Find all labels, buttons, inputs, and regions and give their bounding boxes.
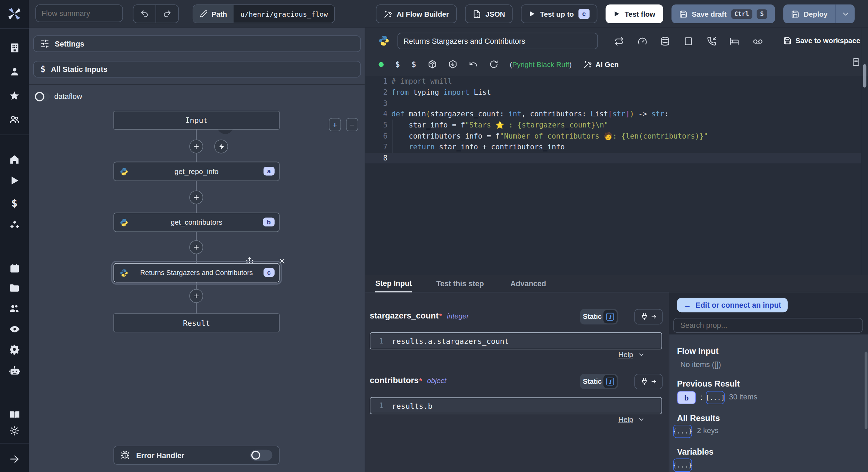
- ai-flow-builder-label: AI Flow Builder: [397, 10, 449, 18]
- sidebar-item-ai[interactable]: [0, 361, 29, 380]
- connect-input-button[interactable]: [634, 374, 662, 389]
- required-asterisk: *: [419, 376, 422, 385]
- sidebar-item-workers[interactable]: [0, 299, 29, 318]
- database-icon[interactable]: [661, 36, 670, 46]
- deploy-more-button[interactable]: [835, 5, 855, 23]
- insert-step-button[interactable]: [189, 240, 203, 254]
- tab-test-this-step[interactable]: Test this step: [436, 275, 484, 292]
- test-up-to-button[interactable]: Test up to c: [521, 5, 598, 23]
- sidebar-expand[interactable]: [0, 450, 29, 469]
- redo-button[interactable]: [156, 5, 178, 23]
- phone-incoming-icon[interactable]: [707, 36, 716, 46]
- flow-summary-input[interactable]: [35, 5, 123, 22]
- paren: ): [569, 60, 572, 68]
- variable-picker-button[interactable]: $: [395, 60, 400, 69]
- package-import-icon[interactable]: [448, 60, 457, 69]
- help-toggle[interactable]: Help: [618, 350, 645, 359]
- robot-icon: [9, 365, 20, 376]
- js-mode-segment[interactable]: f: [603, 375, 617, 388]
- field-name: stargazers_count: [370, 310, 439, 320]
- save-to-workspace-button[interactable]: Save to workspace: [783, 36, 860, 45]
- graph-node-get-repo-info[interactable]: get_repo_info a: [114, 162, 279, 181]
- prev-result-array-chip[interactable]: [...]: [706, 391, 725, 404]
- sidebar-item-home[interactable]: [0, 150, 29, 169]
- undo-button[interactable]: [133, 5, 156, 23]
- graph-node-result[interactable]: Result: [114, 313, 279, 332]
- voicemail-icon[interactable]: [753, 36, 763, 47]
- expr-value: results.b: [392, 401, 433, 410]
- insert-step-button[interactable]: [189, 289, 203, 303]
- pencil-icon: [200, 10, 208, 18]
- undo-icon[interactable]: [469, 60, 478, 69]
- node-label: get_repo_info: [175, 167, 219, 176]
- sidebar-item-user[interactable]: [0, 62, 29, 81]
- flow-settings-button[interactable]: Settings: [33, 35, 361, 52]
- all-results-object-chip[interactable]: {...}: [673, 425, 692, 438]
- error-handler-toggle[interactable]: [250, 450, 273, 461]
- help-toggle[interactable]: Help: [618, 415, 645, 424]
- refresh-icon[interactable]: [489, 60, 498, 69]
- repeat-icon[interactable]: [615, 36, 624, 46]
- sidebar-item-workspace[interactable]: [0, 38, 29, 57]
- all-static-inputs-label: All Static Inputs: [51, 65, 108, 73]
- insert-step-button[interactable]: [189, 190, 203, 204]
- variables-object-chip[interactable]: {...}: [673, 458, 692, 472]
- ai-gen-button[interactable]: AI Gen: [583, 60, 619, 68]
- gauge-icon[interactable]: [637, 36, 647, 46]
- js-mode-segment[interactable]: f: [603, 310, 617, 323]
- node-id-badge: a: [263, 167, 275, 176]
- insert-trigger-button[interactable]: [214, 140, 228, 154]
- json-button[interactable]: JSON: [465, 5, 513, 23]
- sidebar-item-folders[interactable]: [0, 279, 29, 297]
- ai-flow-builder-button[interactable]: AI Flow Builder: [376, 5, 457, 23]
- sidebar-item-favorites[interactable]: [0, 86, 29, 105]
- step-title-input[interactable]: [398, 33, 598, 49]
- sidebar-item-variables[interactable]: $: [0, 193, 29, 212]
- graph-node-input[interactable]: Input: [114, 111, 279, 130]
- tab-advanced[interactable]: Advanced: [510, 275, 546, 292]
- line-number: 1: [370, 401, 392, 410]
- static-mode-toggle[interactable]: Static f: [580, 374, 618, 389]
- code-editor[interactable]: 12345678 # import wmillfrom typing impor…: [365, 76, 868, 275]
- editor-scrollbar-thumb[interactable]: [863, 64, 867, 88]
- static-mode-toggle[interactable]: Static f: [580, 309, 618, 325]
- save-draft-button[interactable]: Save draft Ctrl S: [671, 5, 775, 23]
- sidebar-item-resources[interactable]: [0, 215, 29, 234]
- sidebar-item-audit[interactable]: [0, 320, 29, 338]
- expr-editor-contributors[interactable]: 1 results.b: [370, 397, 662, 414]
- all-static-inputs-button[interactable]: $ All Static Inputs: [33, 61, 361, 77]
- connect-input-button[interactable]: [634, 309, 662, 325]
- package-icon[interactable]: [428, 60, 437, 69]
- bed-icon[interactable]: [730, 36, 739, 46]
- step-editor-header: Save to workspace $ $ (Pyright Black Ruf…: [365, 28, 868, 76]
- expr-editor-stargazers-count[interactable]: 1 results.a.stargazers_count: [370, 332, 662, 349]
- deploy-button[interactable]: Deploy: [783, 5, 835, 23]
- square-icon[interactable]: [684, 36, 693, 46]
- prop-sections: Flow Input No items ([]) Previous Result…: [669, 334, 868, 472]
- search-prop-input[interactable]: [673, 318, 863, 333]
- insert-step-button[interactable]: [189, 140, 203, 154]
- function-icon: f: [606, 313, 614, 321]
- sidebar-item-runs[interactable]: [0, 171, 29, 190]
- graph-zoom-out-button[interactable]: −: [346, 118, 358, 131]
- sidebar-item-docs[interactable]: [0, 405, 29, 424]
- error-handler-node[interactable]: Error Handler: [114, 446, 279, 464]
- resource-picker-button[interactable]: $: [411, 60, 416, 69]
- sidebar-item-groups[interactable]: [0, 110, 29, 129]
- graph-node-returns-stargazers[interactable]: Returns Stargazers and Contributors c: [114, 263, 279, 282]
- graph-node-get-contributors[interactable]: get_contributors b: [114, 213, 279, 232]
- prev-result-step-badge[interactable]: b: [677, 391, 696, 404]
- test-flow-button[interactable]: Test flow: [606, 5, 663, 23]
- dataflow-toggle[interactable]: [35, 92, 50, 101]
- sidebar-item-schedules[interactable]: [0, 259, 29, 278]
- play-icon: [9, 175, 20, 186]
- tab-step-input[interactable]: Step Input: [375, 275, 412, 292]
- library-button[interactable]: [851, 58, 860, 67]
- prop-panel-scrollbar-thumb[interactable]: [865, 351, 867, 429]
- graph-zoom-in-button[interactable]: +: [329, 118, 341, 131]
- edit-or-connect-button[interactable]: ← Edit or connect an input: [677, 298, 788, 312]
- path-field[interactable]: Path u/henri/gracious_flow: [193, 5, 335, 23]
- windmill-logo[interactable]: [0, 5, 29, 23]
- sidebar-item-settings[interactable]: [0, 340, 29, 359]
- sidebar-item-theme[interactable]: [0, 421, 29, 440]
